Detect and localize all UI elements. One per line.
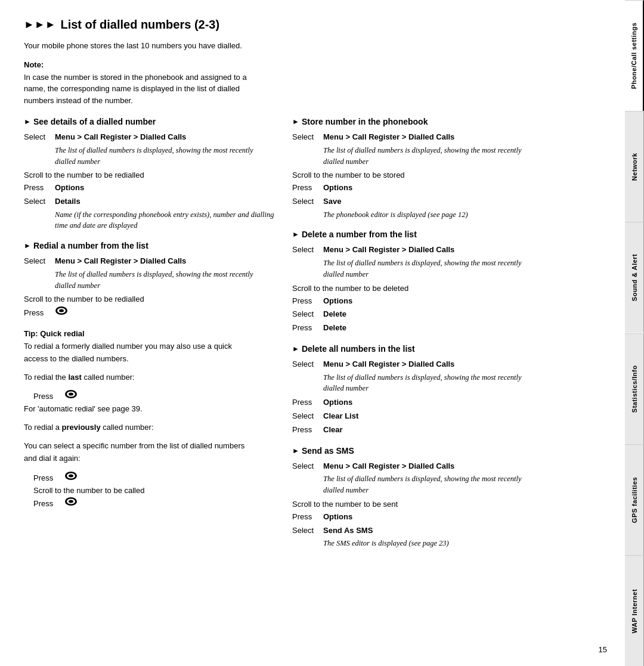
redial-block: Select Menu > Call Register > Dialled Ca…: [24, 255, 274, 320]
page-number: 15: [599, 645, 607, 654]
see-details-select1: Select Menu > Call Register > Dialled Ca…: [24, 131, 274, 144]
redial-select1: Select Menu > Call Register > Dialled Ca…: [24, 255, 274, 268]
sms-italic2: The SMS editor is displayed (see page 23…: [323, 538, 543, 549]
redial-scroll1: Scroll to the number to be redialled: [24, 293, 274, 306]
sms-select2: Select Send As SMS: [292, 525, 543, 537]
delete-italic1: The list of dialled numbers is displayed…: [323, 258, 543, 280]
double-arrow-icon: ►►►: [24, 18, 55, 31]
tip-press3: Press: [33, 471, 274, 482]
sidebar: Phone/Call settings Network Sound & Aler…: [625, 0, 644, 666]
delete-press1: Press Options: [292, 295, 543, 308]
redial-heading: ► Redial a number from the list: [24, 241, 274, 250]
phone-icon2: [64, 389, 78, 399]
send-sms-heading: ► Send as SMS: [292, 446, 543, 456]
tip-text1: To redial a formerly dialled number you …: [24, 340, 250, 365]
see-details-select2: Select Details: [24, 196, 274, 208]
main-content: ►►► List of dialled numbers (2-3) Your m…: [0, 0, 625, 666]
store-press1: Press Options: [292, 182, 543, 194]
sms-italic1: The list of dialled numbers is displayed…: [323, 473, 543, 496]
delete-select2: Select Delete: [292, 308, 543, 321]
store-block: Select Menu > Call Register > Dialled Ca…: [292, 131, 543, 220]
sms-scroll1: Scroll to the number to be sent: [292, 498, 543, 511]
section-arrow-icon: ►: [24, 117, 31, 126]
delete-number-block: Select Menu > Call Register > Dialled Ca…: [292, 244, 543, 334]
sidebar-tab-statistics-info[interactable]: Statistics/Info: [625, 333, 644, 444]
see-details-italic2: Name (if the corresponding phonebook ent…: [55, 209, 274, 232]
tip-scroll2: Scroll to the number to be called: [33, 485, 274, 497]
svg-point-11: [69, 500, 73, 503]
delete-all-press1: Press Options: [292, 396, 543, 409]
phone-icon3: [64, 471, 78, 481]
intro-text: Your mobile phone stores the last 10 num…: [24, 40, 250, 52]
left-column: ► See details of a dialled number Select…: [24, 117, 274, 559]
tip-label: Tip: Quick redial: [24, 329, 274, 338]
delete-all-italic1: The list of dialled numbers is displayed…: [323, 372, 543, 395]
delete-scroll1: Scroll to the number to be deleted: [292, 283, 543, 295]
delete-all-heading: ► Delete all numbers in the list: [292, 344, 543, 354]
delete-select1: Select Menu > Call Register > Dialled Ca…: [292, 244, 543, 256]
delete-number-heading: ► Delete a number from the list: [292, 230, 543, 239]
title-text: List of dialled numbers (2-3): [60, 18, 219, 32]
section-arrow-icon5: ►: [292, 345, 299, 353]
delete-all-block: Select Menu > Call Register > Dialled Ca…: [292, 358, 543, 436]
phone-icon4: [64, 497, 78, 506]
delete-all-press2: Press Clear: [292, 424, 543, 436]
tip-text5: You can select a specific number from th…: [24, 440, 250, 465]
svg-point-8: [69, 474, 73, 477]
store-italic2: The phonebook editor is displayed (see p…: [323, 209, 543, 221]
tip-press4: Press: [33, 497, 274, 508]
sms-select1: Select Menu > Call Register > Dialled Ca…: [292, 460, 543, 473]
store-heading: ► Store number in the phonebook: [292, 117, 543, 126]
sidebar-tab-network[interactable]: Network: [625, 111, 644, 222]
page-title: ►►► List of dialled numbers (2-3): [24, 18, 613, 32]
tip-block: Tip: Quick redial To redial a formerly d…: [24, 329, 274, 508]
note-label: Note:: [24, 60, 613, 69]
sidebar-tab-sound-alert[interactable]: Sound & Alert: [625, 222, 644, 333]
tip-text2: To redial the last called number:: [24, 371, 250, 384]
see-details-scroll1: Scroll to the number to be redialled: [24, 169, 274, 182]
store-select2: Select Save: [292, 196, 543, 208]
section-arrow-icon4: ►: [292, 230, 299, 238]
note-text: In case the number is stored in the phon…: [24, 72, 250, 107]
sidebar-tab-wap-internet[interactable]: WAP Internet: [625, 555, 644, 666]
send-sms-block: Select Menu > Call Register > Dialled Ca…: [292, 460, 543, 549]
svg-point-2: [59, 309, 64, 312]
delete-all-select2: Select Clear List: [292, 410, 543, 423]
see-details-press1: Press Options: [24, 182, 274, 194]
section-arrow-icon6: ►: [292, 447, 299, 455]
see-details-block: Select Menu > Call Register > Dialled Ca…: [24, 131, 274, 231]
sms-press1: Press Options: [292, 511, 543, 523]
section-arrow-icon2: ►: [24, 241, 31, 250]
store-scroll1: Scroll to the number to be stored: [292, 169, 543, 182]
delete-press2: Press Delete: [292, 322, 543, 334]
redial-italic1: The list of dialled numbers is displayed…: [55, 269, 274, 292]
two-column-layout: ► See details of a dialled number Select…: [24, 117, 613, 559]
redial-press1: Press: [24, 306, 274, 320]
svg-point-5: [69, 393, 73, 396]
see-details-heading: ► See details of a dialled number: [24, 117, 274, 126]
phone-icon1: [55, 306, 68, 315]
right-column: ► Store number in the phonebook Select M…: [292, 117, 543, 559]
tip-text3: For 'automatic redial' see page 39.: [24, 403, 250, 416]
tip-press2: Press: [33, 389, 274, 401]
sidebar-tab-gps-facilities[interactable]: GPS facilities: [625, 444, 644, 555]
store-select1: Select Menu > Call Register > Dialled Ca…: [292, 131, 543, 144]
sidebar-tab-phone-call-settings[interactable]: Phone/Call settings: [625, 0, 644, 111]
section-arrow-icon3: ►: [292, 117, 299, 126]
delete-all-select1: Select Menu > Call Register > Dialled Ca…: [292, 358, 543, 371]
see-details-italic1: The list of dialled numbers is displayed…: [55, 145, 274, 168]
tip-text4: To redial a previously called number:: [24, 422, 250, 434]
store-italic1: The list of dialled numbers is displayed…: [323, 145, 543, 168]
